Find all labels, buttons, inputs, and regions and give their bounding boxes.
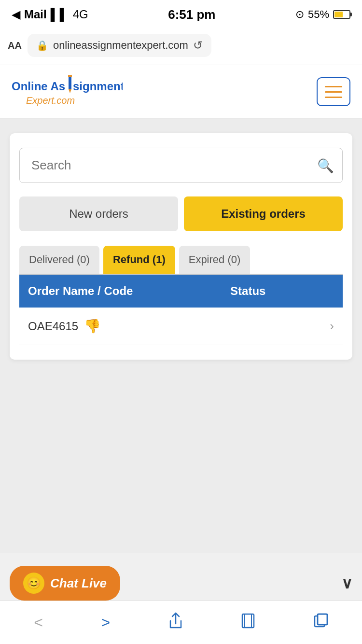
delivered-tab[interactable]: Delivered (0) <box>19 246 99 274</box>
column-order-name: Order Name / Code <box>19 275 222 308</box>
svg-marker-2 <box>69 89 71 93</box>
site-header: Online As signment Expert.com <box>0 65 362 119</box>
hamburger-line-3 <box>325 97 342 98</box>
refresh-icon[interactable]: ↺ <box>193 39 203 52</box>
status-left: ◀ Mail ▌▌ 4G <box>12 8 88 21</box>
order-status-cell <box>222 308 309 345</box>
network-label: 4G <box>73 8 88 21</box>
order-code: OAE4615 <box>28 320 78 333</box>
refund-tab[interactable]: Refund (1) <box>103 246 175 274</box>
svg-rect-6 <box>242 614 254 628</box>
search-button[interactable]: 🔍 <box>317 157 334 173</box>
svg-text:Expert.com: Expert.com <box>26 95 75 106</box>
carrier-label: Mail <box>24 8 47 21</box>
chat-live-button[interactable]: 😊 Chat Live <box>10 566 120 601</box>
back-nav-button[interactable]: < <box>24 609 53 636</box>
order-action-cell: › <box>309 308 343 345</box>
order-arrow-button[interactable]: › <box>330 319 334 334</box>
chat-live-label: Chat Live <box>50 576 107 591</box>
status-right: ⊙ 55% <box>295 8 350 21</box>
chevron-down-button[interactable]: ∨ <box>341 574 352 592</box>
chat-avatar: 😊 <box>23 573 44 594</box>
url-text: onlineassignmentexpert.com <box>53 39 188 52</box>
hamburger-line-2 <box>325 91 342 93</box>
svg-rect-3 <box>68 75 72 77</box>
table-header: Order Name / Code Status <box>19 275 343 308</box>
new-orders-tab[interactable]: New orders <box>19 196 178 231</box>
content-card: 🔍 New orders Existing orders Delivered (… <box>10 133 352 360</box>
thumbs-down-icon: 👎 <box>84 318 101 334</box>
bottom-nav: < > <box>0 601 362 644</box>
main-content: 🔍 New orders Existing orders Delivered (… <box>0 119 362 553</box>
signal-icon: ▌▌ <box>51 8 69 21</box>
url-bar[interactable]: 🔒 onlineassignmentexpert.com ↺ <box>28 34 211 57</box>
status-bar: ◀ Mail ▌▌ 4G 6:51 pm ⊙ 55% <box>0 0 362 29</box>
back-arrow-icon: ◀ <box>12 8 20 21</box>
order-code-cell: OAE4615 👎 <box>19 308 222 345</box>
status-tabs: Delivered (0) Refund (1) Expired (0) <box>19 246 343 275</box>
svg-rect-1 <box>69 76 71 89</box>
expired-tab[interactable]: Expired (0) <box>179 246 251 274</box>
forward-nav-button[interactable]: > <box>91 609 120 636</box>
table-row: OAE4615 👎 › <box>19 308 343 345</box>
orders-table: Order Name / Code Status OAE4615 👎 › <box>19 275 343 345</box>
search-wrapper: 🔍 <box>19 148 343 183</box>
battery-icon <box>333 10 350 19</box>
chat-live-bar: 😊 Chat Live ∨ <box>0 566 362 601</box>
clock: 6:51 pm <box>168 7 215 22</box>
svg-text:Online As: Online As <box>12 80 65 93</box>
share-nav-button[interactable] <box>159 607 193 638</box>
lock-icon: 🔒 <box>36 40 48 51</box>
svg-rect-8 <box>318 614 327 625</box>
hamburger-line-1 <box>325 86 342 87</box>
svg-text:signment: signment <box>73 80 123 93</box>
logo: Online As signment Expert.com <box>12 75 123 109</box>
bookmarks-nav-button[interactable] <box>231 607 265 638</box>
logo-svg: Online As signment Expert.com <box>12 75 123 109</box>
battery-percent: 55% <box>308 8 329 21</box>
search-input[interactable] <box>19 148 343 183</box>
column-action <box>309 275 343 308</box>
browser-bar: AA 🔒 onlineassignmentexpert.com ↺ <box>0 29 362 65</box>
aa-button[interactable]: AA <box>8 40 22 51</box>
tabs-nav-button[interactable] <box>304 607 338 638</box>
column-status: Status <box>222 275 309 308</box>
order-type-tabs: New orders Existing orders <box>19 196 343 231</box>
hamburger-button[interactable] <box>317 77 350 106</box>
existing-orders-tab[interactable]: Existing orders <box>184 196 343 231</box>
location-icon: ⊙ <box>295 8 304 21</box>
